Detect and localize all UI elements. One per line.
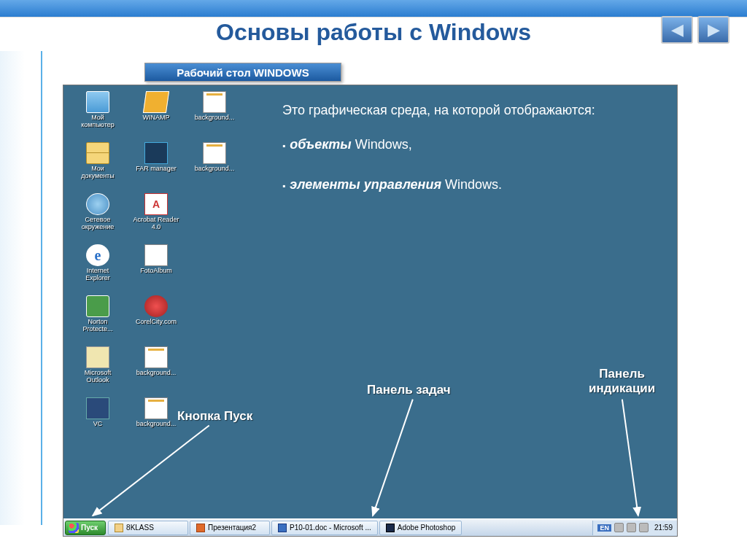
desktop-icon[interactable]: CorelCity.com — [128, 295, 185, 343]
ps-icon — [386, 524, 395, 532]
desktop-icons-grid: Мой компьютерWINAMPbackground...Мои доку… — [69, 91, 243, 446]
desktop-icon[interactable]: VC — [69, 397, 126, 446]
far-icon — [144, 142, 168, 164]
description-text: Это графическая среда, на которой отобра… — [282, 100, 659, 214]
taskbar-item[interactable]: Adobe Photoshop — [379, 521, 462, 535]
desktop-icon — [186, 244, 243, 292]
svg-line-2 — [622, 400, 638, 516]
desktop-icon-label: Norton Protecte... — [82, 319, 112, 333]
desktop-icon-label: WINAMP — [143, 114, 170, 122]
windows-desktop-screenshot: Мой компьютерWINAMPbackground...Мои доку… — [63, 85, 678, 537]
file-icon — [203, 142, 226, 164]
nav-next-button[interactable]: ▶ — [697, 16, 729, 44]
start-label: Пуск — [81, 524, 98, 532]
callout-start: Кнопка Пуск — [177, 409, 252, 424]
taskbar-item[interactable]: P10-01.doc - Microsoft ... — [271, 521, 378, 535]
desktop-icon[interactable]: Microsoft Outlook — [69, 346, 126, 394]
desktop-icon-label: CorelCity.com — [136, 319, 177, 326]
desktop-icon-label: Microsoft Outlook — [85, 370, 112, 384]
network-icon — [86, 193, 109, 215]
desktop-icon[interactable]: Internet Explorer — [69, 244, 126, 292]
desktop-icon-label: Мой компьютер — [81, 114, 114, 129]
desktop-icon-label: FAR manager — [136, 166, 177, 173]
foto-icon — [144, 244, 168, 266]
outlook-icon — [86, 346, 109, 368]
tray-icon[interactable] — [614, 523, 624, 532]
callout-tray: Панель индикации — [589, 367, 655, 396]
slide-left-rail — [0, 51, 42, 525]
nav-buttons: ◀ ▶ — [661, 16, 729, 44]
desktop-icon — [186, 193, 243, 241]
desktop-icon-label: background... — [195, 166, 235, 173]
taskbar-item-label: P10-01.doc - Microsoft ... — [290, 524, 371, 532]
taskbar-item-label: Презентация2 — [208, 524, 256, 532]
desktop-icon-label: Internet Explorer — [85, 268, 110, 282]
desktop-icon[interactable]: Мои документы — [69, 142, 126, 190]
desktop-icon-label: FotoAlbum — [140, 268, 172, 275]
desktop-icon[interactable]: FotoAlbum — [128, 244, 185, 292]
taskbar-item-label: 8KLASS — [126, 524, 154, 532]
desktop-icon-label: Acrobat Reader 4.0 — [133, 217, 179, 231]
start-button[interactable]: Пуск — [65, 521, 106, 535]
language-indicator[interactable]: EN — [597, 524, 611, 532]
vc-icon — [86, 397, 109, 419]
desktop-icon[interactable]: WINAMP — [128, 91, 185, 139]
clock: 21:59 — [654, 524, 673, 532]
system-tray: EN 21:59 — [592, 521, 677, 535]
description-item: элементы управления Windows. — [282, 174, 659, 195]
word-icon — [278, 524, 287, 532]
ie-icon — [86, 244, 109, 266]
desktop-icon[interactable]: background... — [186, 142, 243, 190]
description-intro: Это графическая среда, на которой отобра… — [282, 100, 659, 121]
desktop-icon[interactable]: background... — [186, 91, 243, 139]
file-icon — [144, 346, 168, 368]
taskbar-item[interactable]: 8KLASS — [108, 521, 188, 535]
nav-prev-button[interactable]: ◀ — [661, 16, 693, 44]
acrobat-icon — [144, 193, 168, 215]
slide-top-bar — [0, 0, 747, 18]
description-item: объекты Windows, — [282, 134, 659, 155]
svg-line-1 — [373, 400, 413, 516]
callout-taskbar: Панель задач — [367, 383, 451, 397]
desktop-icon[interactable]: Мой компьютер — [69, 91, 126, 139]
desktop-icon — [186, 346, 243, 394]
file-icon — [203, 91, 226, 113]
desktop-icon — [186, 295, 243, 343]
norton-icon — [86, 295, 109, 317]
desktop-icon-label: Мои документы — [81, 166, 114, 180]
taskbar: Пуск 8KLASSПрезентация2P10-01.doc - Micr… — [63, 518, 677, 536]
slide-subtitle: Рабочий стол WINDOWS — [144, 63, 341, 82]
folder-icon — [115, 524, 123, 532]
slide-title: Основы работы с Windows — [0, 19, 747, 46]
computer-icon — [86, 91, 109, 113]
desktop-icon[interactable]: background... — [128, 346, 185, 394]
desktop-icon[interactable]: FAR manager — [128, 142, 185, 190]
desktop-icon-label: VC — [93, 421, 103, 428]
tray-icon[interactable] — [639, 523, 649, 532]
desktop-icon[interactable]: Сетевое окружение — [69, 193, 126, 241]
desktop-icon-label: background... — [136, 370, 177, 377]
ppt-icon — [196, 524, 205, 532]
file-icon — [144, 397, 168, 419]
desktop-icon-label: background... — [136, 421, 177, 428]
envelope-icon — [86, 142, 109, 164]
desktop-icon[interactable]: background... — [128, 397, 185, 446]
desktop-icon[interactable]: Norton Protecte... — [69, 295, 126, 343]
tray-icon[interactable] — [627, 523, 636, 532]
corel-icon — [144, 295, 168, 317]
desktop-icon-label: background... — [195, 114, 235, 122]
desktop-icon-label: Сетевое окружение — [82, 217, 114, 231]
winamp-icon — [143, 91, 169, 113]
desktop-icon[interactable]: Acrobat Reader 4.0 — [128, 193, 185, 241]
taskbar-item-label: Adobe Photoshop — [398, 524, 456, 532]
taskbar-item[interactable]: Презентация2 — [190, 521, 270, 535]
